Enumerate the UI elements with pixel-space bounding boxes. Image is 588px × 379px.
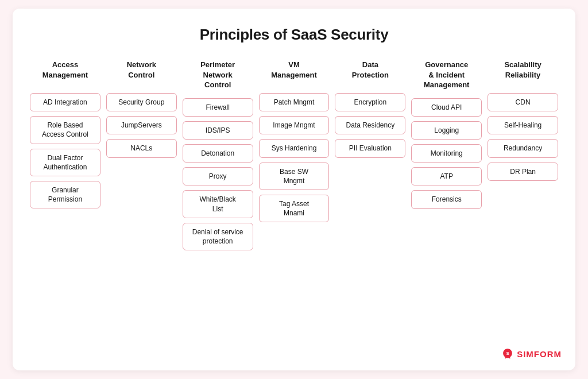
item-box: Sys Hardening <box>259 139 330 157</box>
item-box: Forensics <box>411 190 482 208</box>
item-box: CDN <box>488 93 558 111</box>
items-list-vm-management: Patch MngmtImage MngmtSys HardeningBase … <box>259 93 330 222</box>
column-network-control: Network ControlSecurity GroupJumpServers… <box>106 60 177 250</box>
item-box: Self-Healing <box>488 116 558 134</box>
item-box: DR Plan <box>488 163 558 181</box>
item-box: Encryption <box>335 93 405 111</box>
col-header-perimeter-network-control: Perimeter Network Control <box>200 60 235 90</box>
col-header-network-control: Network Control <box>127 60 156 85</box>
item-box: Image Mngmt <box>259 116 330 134</box>
item-box: Detonation <box>183 144 253 163</box>
item-box: Cloud API <box>411 98 482 117</box>
items-list-scalability-reliability: CDNSelf-HealingRedundancyDR Plan <box>488 93 558 181</box>
item-box: Base SW Mngmt <box>259 163 330 190</box>
col-header-vm-management: VM Management <box>271 60 316 85</box>
item-box: Proxy <box>183 167 253 185</box>
item-box: Logging <box>411 121 482 140</box>
column-scalability-reliability: Scalability ReliabilityCDNSelf-HealingRe… <box>488 60 558 250</box>
item-box: Granular Permission <box>30 181 100 208</box>
simform-s-icon: S <box>501 347 514 360</box>
items-list-access-management: AD IntegrationRole Based Access ControlD… <box>30 93 100 208</box>
item-box: Firewall <box>183 98 253 117</box>
items-list-network-control: Security GroupJumpServersNACLs <box>106 93 177 158</box>
item-box: Denial of service protection <box>183 223 253 250</box>
col-header-data-protection: Data Protection <box>352 60 389 85</box>
item-box: Redundancy <box>488 139 558 157</box>
item-box: PII Evaluation <box>335 139 405 157</box>
item-box: White/Black List <box>183 190 253 218</box>
item-box: Monitoring <box>411 144 482 163</box>
item-box: Data Residency <box>335 116 405 134</box>
item-box: ATP <box>411 167 482 185</box>
column-vm-management: VM ManagementPatch MngmtImage MngmtSys H… <box>259 60 330 250</box>
item-box: AD Integration <box>30 93 100 111</box>
item-box: JumpServers <box>106 116 177 134</box>
col-header-scalability-reliability: Scalability Reliability <box>504 60 541 85</box>
items-list-governance-incident: Cloud APILoggingMonitoringATPForensics <box>411 98 482 209</box>
items-list-data-protection: EncryptionData ResidencyPII Evaluation <box>335 93 405 158</box>
col-header-governance-incident: Governance & Incident Management <box>424 60 469 90</box>
columns-container: Access ManagementAD IntegrationRole Base… <box>30 60 558 250</box>
page-title: Principles of SaaS Security <box>30 26 558 44</box>
item-box: Patch Mngmt <box>259 93 330 111</box>
col-header-access-management: Access Management <box>42 60 88 85</box>
simform-text: SIMFORM <box>517 349 562 359</box>
item-box: Role Based Access Control <box>30 116 100 144</box>
column-access-management: Access ManagementAD IntegrationRole Base… <box>30 60 100 250</box>
item-box: Tag Asset Mnami <box>259 195 330 222</box>
main-card: Principles of SaaS Security Access Manag… <box>13 9 575 370</box>
items-list-perimeter-network-control: FirewallIDS/IPSDetonationProxyWhite/Blac… <box>183 98 253 251</box>
item-box: NACLs <box>106 139 177 157</box>
item-box: Dual Factor Authentication <box>30 149 100 176</box>
column-data-protection: Data ProtectionEncryptionData ResidencyP… <box>335 60 405 250</box>
svg-text:S: S <box>506 351 509 356</box>
column-governance-incident: Governance & Incident ManagementCloud AP… <box>411 60 482 250</box>
item-box: IDS/IPS <box>183 121 253 140</box>
item-box: Security Group <box>106 93 177 111</box>
simform-logo: S SIMFORM <box>501 347 562 360</box>
column-perimeter-network-control: Perimeter Network ControlFirewallIDS/IPS… <box>183 60 253 250</box>
